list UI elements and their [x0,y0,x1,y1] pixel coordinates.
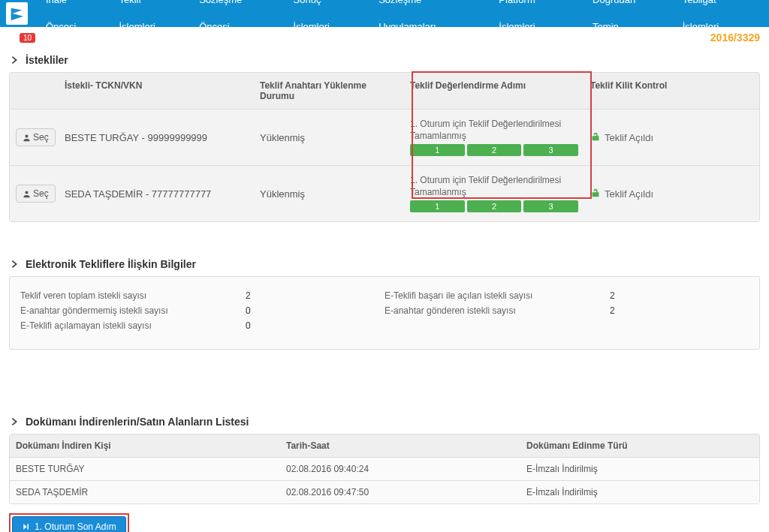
info-value: 0 [216,305,321,316]
reference-number: 2016/3329 [710,32,760,44]
select-button-label: Seç [33,132,49,143]
info-value: 0 [216,320,321,331]
step-status-text: 1. Oturum için Teklif Değerlendirilmesi … [410,175,578,198]
menu-ihale-oncesi[interactable]: İhale Öncesi [35,0,109,41]
chevron-right-icon [9,259,20,269]
step-progress-bar: 1 2 3 [410,200,578,212]
lock-status-text: Teklif Açıldı [605,132,653,143]
istekliler-table: İstekli- TCKN/VKN Teklif Anahtarı Yüklen… [9,72,760,222]
doc-when: 02.08.2016 09:47:50 [280,481,520,503]
docs-table: Dokümanı İndiren Kişi Tarih-Saat Doküman… [9,434,760,504]
table-row: Seç SEDA TAŞDEMİR - 77777777777 Yüklenmi… [10,166,759,221]
info-label: Teklif veren toplam istekli sayısı [20,290,216,301]
menu-sonuc-islemleri[interactable]: Sonuç İşlemleri [283,0,369,41]
info-value: 2 [580,290,685,301]
oturum-son-adim-button[interactable]: 1. Oturum Son Adım [12,516,126,532]
app-logo [6,2,28,25]
step-segment: 2 [467,144,522,156]
section-title-istekliler: İstekliler [26,54,68,66]
table-header-row: Dokümanı İndiren Kişi Tarih-Saat Doküman… [10,434,759,458]
einfo-panel: Teklif veren toplam istekli sayısı2 E-Te… [9,276,760,350]
col-istekli: İstekli- TCKN/VKN [59,73,254,109]
menu-dogrudan-temin[interactable]: Doğrudan Temin [582,0,672,41]
info-label: E-anahtar göndermemiş istekli sayısı [20,305,216,316]
info-label: E-Teklifi başarı ile açılan istekli sayı… [384,290,580,301]
section-title-einfo: Elektronik Tekliflere İlişkin Bilgiler [26,258,196,270]
info-value: 2 [216,290,321,301]
select-button[interactable]: Seç [16,128,56,146]
chevron-right-icon [9,55,20,65]
chevron-right-icon [9,416,20,427]
unlock-icon [590,188,601,200]
flag-icon [8,5,25,22]
load-status: Yüklenmiş [254,110,404,165]
menu-sozlesme-oncesi[interactable]: Sözleşme Öncesi [188,0,282,41]
step-segment: 3 [523,144,578,156]
select-button-label: Seç [33,188,49,199]
col-yuklenme: Teklif Anahtarı Yüklenme Durumu [254,73,404,109]
doc-when: 02.08.2016 09:40:24 [280,458,520,480]
table-row: Seç BESTE TURĞAY - 99999999999 Yüklenmiş… [10,110,759,166]
step-segment: 1 [410,144,465,156]
info-value: 2 [580,305,685,316]
col-kisi: Dokümanı İndiren Kişi [10,434,280,457]
table-row: SEDA TAŞDEMİR 02.08.2016 09:47:50 E-İmza… [10,481,759,503]
highlight-annotation: 1. Oturum Son Adım [9,513,129,532]
menu-teklif-islemleri[interactable]: Teklif İşlemleri [109,0,189,41]
doc-how: E-İmzalı İndirilmiş [520,458,759,480]
istekli-name: BESTE TURĞAY - 99999999999 [59,110,254,165]
skip-forward-icon [22,522,31,531]
step-progress-bar: 1 2 3 [410,144,578,156]
section-toggle-einfo[interactable]: Elektronik Tekliflere İlişkin Bilgiler [9,252,760,276]
lock-status-text: Teklif Açıldı [605,188,653,200]
section-toggle-docs[interactable]: Dokümanı İndirenlerin/Satın Alanların Li… [9,410,760,434]
person-icon [23,134,31,142]
final-button-label: 1. Oturum Son Adım [35,521,116,532]
section-toggle-istekliler[interactable]: İstekliler [9,48,760,72]
unlock-icon [590,131,601,144]
col-kilit: Teklif Kilit Kontrol [584,73,759,109]
info-label: E-Teklifi açılamayan istekli sayısı [20,320,216,331]
step-segment: 3 [523,200,578,212]
table-header-row: İstekli- TCKN/VKN Teklif Anahtarı Yüklen… [10,73,759,110]
col-tarih: Tarih-Saat [280,434,520,457]
doc-who: SEDA TAŞDEMİR [10,481,280,503]
col-degerlendirme: Teklif Değerlendirme Adımı [404,73,584,109]
section-title-docs: Dokümanı İndirenlerin/Satın Alanların Li… [26,416,249,428]
top-menu-bar: İhale Öncesi Teklif İşlemleri Sözleşme Ö… [0,0,769,27]
col-turu: Dokümanı Edinme Türü [520,434,759,457]
doc-who: BESTE TURĞAY [10,458,280,480]
step-status-text: 1. Oturum için Teklif Değerlendirilmesi … [410,119,578,142]
notification-badge[interactable]: 10 [20,33,35,43]
person-icon [23,190,31,198]
select-button[interactable]: Seç [16,185,56,203]
menu-sozlesme-uygulamalari[interactable]: Sözleşme Uygulamaları [368,0,488,41]
doc-how: E-İmzalı İndirilmiş [520,481,759,503]
step-segment: 2 [467,200,522,212]
istekli-name: SEDA TAŞDEMİR - 77777777777 [59,166,254,221]
step-segment: 1 [410,200,465,212]
load-status: Yüklenmiş [254,166,404,221]
info-label: E-anahtar gönderen istekli sayısı [384,305,580,316]
menu-platform-islemleri[interactable]: Platform İşlemleri [488,0,582,41]
table-row: BESTE TURĞAY 02.08.2016 09:40:24 E-İmzal… [10,458,759,481]
